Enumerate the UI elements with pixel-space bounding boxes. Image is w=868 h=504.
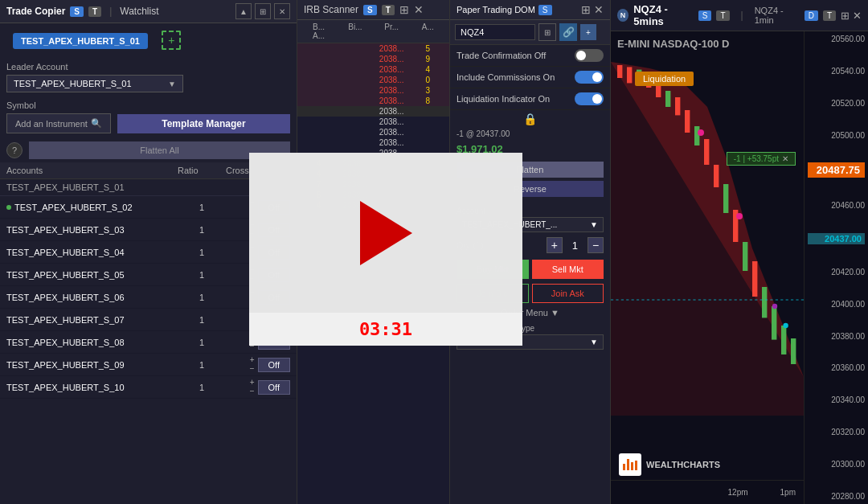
irb-badge-t: T — [382, 5, 395, 15]
price-20400: 20400.00 — [808, 300, 865, 309]
select-arrow-icon: ▼ — [168, 80, 176, 88]
price-20380: 20380.00 — [808, 332, 865, 341]
order-book-columns: B... Bi... Pr... A... A... — [297, 20, 449, 43]
chart-title: NQZ4 - 5mins — [633, 3, 694, 27]
ratio-stepper[interactable]: +− — [250, 356, 255, 373]
price-20560: 20560.00 — [808, 35, 865, 43]
sell-label: Sell Mkt — [552, 264, 583, 274]
decrement-button[interactable]: − — [250, 387, 255, 395]
list-item: 2038... — [297, 137, 449, 148]
flatten-all-label: Flatten All — [140, 145, 178, 155]
close-icon[interactable]: ✕ — [414, 3, 424, 16]
app-title: Trade Copier — [6, 6, 65, 17]
cross-toggle[interactable]: Off — [258, 358, 290, 372]
list-item: 2038...3 — [297, 85, 449, 96]
price-20300: 20300.00 — [808, 460, 865, 469]
video-play-area[interactable] — [249, 153, 522, 313]
search-row: ⊞ 🔗 + — [450, 20, 610, 45]
svg-rect-13 — [743, 242, 747, 271]
watchlist-label: Watchlist — [120, 6, 158, 17]
liquidation-indicator-toggle[interactable] — [575, 92, 604, 105]
grid-icon[interactable]: ⊞ — [538, 23, 556, 41]
decrement-button[interactable]: − — [250, 365, 255, 373]
close-chart-icon[interactable]: ✕ — [853, 10, 862, 22]
cross-toggle[interactable]: Off — [258, 380, 290, 395]
template-manager-button[interactable]: Template Manager — [117, 114, 290, 133]
svg-rect-9 — [704, 139, 709, 165]
irb-badge-s: S — [363, 5, 377, 15]
settings-icon[interactable]: + — [580, 24, 596, 40]
list-item: 2038... — [297, 106, 449, 117]
col-a1: A... — [410, 23, 446, 31]
lock-icon: 🔒 — [450, 110, 610, 128]
add-instrument-label: Add an Instrument — [15, 119, 88, 129]
price-20280: 20280.00 — [808, 492, 865, 501]
leader-select-box[interactable]: TEST_APEX_HUBERT_S_01 ▼ — [6, 75, 183, 92]
account-ratio: 1 — [178, 270, 226, 280]
include-commissions-toggle[interactable] — [575, 71, 604, 84]
video-timer: 03:31 — [249, 313, 522, 346]
close-icon[interactable]: ✕ — [594, 3, 604, 16]
svg-rect-1 — [627, 67, 632, 83]
liquidation-indicator-row: Liquidation Indicator On — [450, 88, 610, 110]
ratio-stepper[interactable]: +− — [250, 379, 255, 395]
svg-rect-8 — [694, 126, 699, 145]
sell-market-button[interactable]: Sell Mkt — [532, 260, 604, 279]
liquidation-indicator-label: Liquidation Indicator On — [457, 94, 550, 104]
info-tag-close-icon[interactable]: ✕ — [782, 154, 788, 163]
increment-button[interactable]: + — [250, 356, 255, 364]
svg-rect-10 — [714, 165, 719, 187]
play-button[interactable] — [360, 201, 412, 265]
account-name: TEST_APEX_HUBERT_S_10 — [6, 383, 178, 392]
trade-copier-header: Trade Copier S T | Watchlist ▲ ⊞ ✕ — [0, 0, 297, 23]
list-item: 2038...0 — [297, 75, 449, 85]
symbol-search-input[interactable] — [455, 24, 535, 40]
symbol-label: Symbol — [0, 97, 297, 112]
include-commissions-label: Include Commissions On — [457, 72, 555, 82]
expand-icon[interactable]: ⊞ — [581, 3, 591, 16]
paper-title: Paper Trading DOM — [457, 5, 535, 14]
help-icon[interactable]: ? — [6, 142, 23, 158]
account-cross: +− Off — [226, 379, 290, 395]
close-button[interactable]: ✕ — [274, 3, 290, 19]
list-item: 2038...9 — [297, 54, 449, 64]
join-ask-button[interactable]: Join Ask — [532, 284, 604, 303]
svg-rect-18 — [791, 338, 796, 364]
collapse-button[interactable]: ▲ — [235, 3, 252, 19]
account-name: TEST_APEX_HUBERT_S_04 — [6, 248, 178, 257]
link-icon[interactable]: 🔗 — [559, 23, 577, 41]
add-account-button[interactable]: + — [162, 31, 181, 50]
expand-icon[interactable]: ⊞ — [399, 3, 409, 16]
add-instrument-button[interactable]: Add an Instrument 🔍 — [6, 113, 111, 133]
wealthcharts-logo: WEALTHCHARTS — [619, 453, 720, 476]
svg-rect-14 — [752, 261, 757, 297]
chart-area: E-MINI NASDAQ-100 D — [611, 31, 868, 504]
increment-button[interactable]: + — [250, 379, 255, 387]
trade-price: -1 @ 20437.00 — [450, 128, 610, 140]
leader-value: TEST_APEX_HUBERT_S_01 — [14, 79, 132, 88]
include-commissions-row: Include Commissions On — [450, 67, 610, 88]
qty-value: 1 — [566, 240, 584, 252]
col-b: B... — [301, 23, 337, 31]
qty-increment-button[interactable]: + — [547, 237, 563, 253]
join-ask-label: Join Ask — [551, 289, 584, 298]
position-info-tag: -1 | +53.75pt ✕ — [727, 152, 796, 166]
price-20500: 20500.00 — [808, 131, 865, 140]
price-20540: 20540.00 — [808, 67, 865, 76]
price-axis: 20560.00 20540.00 20520.00 20500.00 2048… — [804, 31, 868, 504]
trade-confirmation-toggle[interactable] — [575, 49, 604, 62]
list-item: 2038...8 — [297, 96, 449, 106]
time-1pm: 1pm — [780, 488, 796, 497]
time-axis: 12pm 1pm — [611, 480, 804, 504]
wealthcharts-bars — [620, 457, 640, 473]
maximize-icon[interactable]: ⊞ — [841, 10, 850, 22]
svg-rect-6 — [675, 97, 680, 115]
expand-button[interactable]: ⊞ — [255, 3, 271, 19]
col-ratio: Ratio — [178, 166, 226, 175]
col-a2: A... — [301, 31, 337, 40]
right-symbol: NQZ4 - 1min — [755, 6, 800, 25]
account-ratio: 1 — [178, 360, 226, 370]
qty-decrement-button[interactable]: − — [588, 237, 604, 253]
svg-rect-7 — [685, 110, 690, 133]
wealthcharts-icon — [619, 453, 641, 476]
